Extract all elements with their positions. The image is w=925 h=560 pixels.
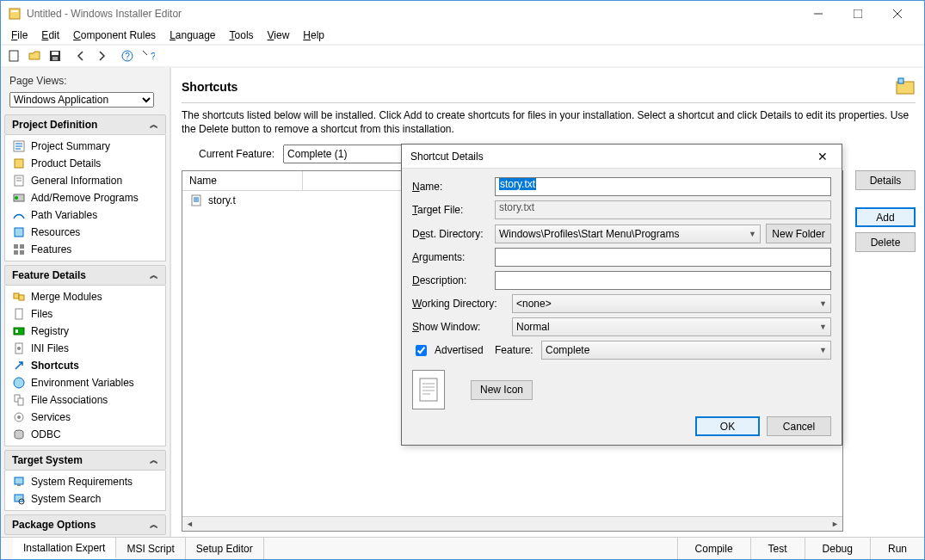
menu-bar: File Edit Component Rules Language Tools…: [1, 27, 924, 44]
col-name[interactable]: Name: [182, 171, 303, 190]
name-input[interactable]: story.txt: [495, 177, 831, 196]
maximize-button[interactable]: [838, 2, 878, 26]
nav-environment-variables[interactable]: Environment Variables: [5, 374, 165, 391]
section-feature-details[interactable]: Feature Details︽: [4, 265, 166, 286]
menu-component-rules[interactable]: Component Rules: [66, 28, 163, 43]
delete-button[interactable]: Delete: [855, 232, 916, 252]
add-button[interactable]: Add: [855, 207, 916, 227]
svg-rect-25: [20, 244, 24, 249]
dialog-title: Shortcut Details: [410, 151, 484, 163]
svg-rect-9: [52, 57, 58, 60]
svg-point-22: [15, 196, 18, 200]
page-description: The shortcuts listed below will be insta…: [182, 108, 916, 136]
nav-file-associations[interactable]: File Associations: [5, 391, 165, 409]
name-label: Name:: [412, 181, 495, 193]
nav-system-requirements[interactable]: System Requirements: [5, 473, 165, 490]
nav-ini-files[interactable]: INI Files: [5, 340, 165, 357]
menu-language[interactable]: Language: [163, 28, 222, 43]
svg-rect-24: [14, 244, 18, 249]
nav-features[interactable]: Features: [5, 241, 165, 258]
section-package-options[interactable]: Package Options︽: [4, 514, 166, 535]
tab-debug[interactable]: Debug: [805, 538, 870, 559]
svg-point-35: [14, 378, 24, 388]
tab-installation-expert[interactable]: Installation Expert: [13, 538, 116, 559]
page-views-label: Page Views:: [4, 71, 166, 90]
feature-select[interactable]: Complete▼: [541, 341, 831, 360]
svg-rect-30: [15, 309, 22, 319]
new-folder-button[interactable]: New Folder: [766, 224, 831, 243]
menu-help[interactable]: Help: [296, 28, 331, 43]
context-help-icon[interactable]: ?: [139, 46, 157, 65]
toolbar: ? ?: [1, 44, 924, 68]
chevron-down-icon: ▼: [749, 230, 756, 238]
nav-path-variables[interactable]: Path Variables: [5, 206, 165, 224]
nav-services[interactable]: Services: [5, 409, 165, 426]
arguments-input[interactable]: [495, 248, 831, 267]
advertised-checkbox[interactable]: [416, 345, 427, 356]
save-icon[interactable]: [46, 46, 65, 65]
tab-test[interactable]: Test: [750, 538, 805, 559]
section-target-system[interactable]: Target System︽: [4, 450, 166, 471]
nav-resources[interactable]: Resources: [5, 224, 165, 241]
cancel-button[interactable]: Cancel: [767, 416, 831, 436]
svg-text:?: ?: [125, 52, 130, 61]
svg-rect-26: [14, 250, 18, 255]
details-button[interactable]: Details: [855, 170, 916, 190]
svg-rect-6: [9, 51, 18, 61]
nav-odbc[interactable]: ODBC: [5, 426, 165, 443]
dialog-close-button[interactable]: ✕: [812, 148, 833, 165]
svg-rect-51: [420, 378, 437, 401]
help-icon[interactable]: ?: [118, 46, 137, 65]
back-icon[interactable]: [71, 46, 90, 65]
nav-registry[interactable]: Registry: [5, 323, 165, 340]
nav-product-details[interactable]: Product Details: [5, 155, 165, 172]
nav-add-remove-programs[interactable]: Add/Remove Programs: [5, 189, 165, 206]
tab-setup-editor[interactable]: Setup Editor: [186, 538, 264, 559]
advertised-label: Advertised: [435, 344, 484, 356]
menu-tools[interactable]: Tools: [223, 28, 261, 43]
new-icon[interactable]: [4, 46, 23, 65]
dest-directory-select[interactable]: Windows\Profiles\Start Menu\Programs▼: [495, 225, 761, 243]
chevron-up-icon: ︽: [150, 269, 158, 281]
tab-run[interactable]: Run: [870, 538, 924, 559]
scroll-right-icon[interactable]: ►: [828, 517, 842, 531]
arguments-label: Arguments:: [412, 251, 495, 263]
chevron-up-icon: ︽: [150, 119, 158, 131]
nav-system-search[interactable]: System Search: [5, 490, 165, 508]
sidebar: Page Views: Windows Application Project …: [1, 68, 171, 537]
close-button[interactable]: [878, 2, 917, 26]
horizontal-scrollbar[interactable]: ◄ ►: [182, 516, 842, 531]
svg-rect-46: [898, 78, 903, 83]
nav-merge-modules[interactable]: Merge Modules: [5, 288, 165, 305]
working-directory-select[interactable]: <none>▼: [512, 294, 831, 313]
menu-file[interactable]: File: [4, 28, 34, 43]
nav-files[interactable]: Files: [5, 305, 165, 323]
tab-msi-script[interactable]: MSI Script: [116, 538, 185, 559]
show-window-select[interactable]: Normal▼: [512, 317, 831, 336]
target-file-label: Target File:: [412, 204, 495, 216]
description-input[interactable]: [495, 271, 831, 290]
dest-directory-label: Dest. Directory:: [412, 228, 495, 240]
show-window-label: Show Window:: [412, 321, 495, 333]
svg-rect-1: [11, 10, 18, 12]
chevron-down-icon: ▼: [819, 323, 827, 331]
open-icon[interactable]: [25, 46, 44, 65]
menu-edit[interactable]: Edit: [34, 28, 66, 43]
shortcuts-header-icon: [895, 77, 916, 97]
icon-preview: [412, 370, 445, 409]
ok-button[interactable]: OK: [695, 416, 760, 436]
nav-shortcuts[interactable]: Shortcuts: [5, 357, 165, 374]
scroll-left-icon[interactable]: ◄: [182, 517, 197, 531]
section-project-definition[interactable]: Project Definition︽: [4, 114, 166, 135]
tab-compile[interactable]: Compile: [677, 538, 750, 559]
page-view-select[interactable]: Windows Application: [9, 92, 154, 108]
content-pane: Shortcuts The shortcuts listed below wil…: [171, 68, 924, 537]
new-icon-button[interactable]: New Icon: [471, 380, 533, 400]
menu-view[interactable]: View: [261, 28, 297, 43]
nav-general-information[interactable]: General Information: [5, 172, 165, 189]
forward-icon[interactable]: [92, 46, 111, 65]
minimize-button[interactable]: [799, 2, 838, 26]
svg-rect-32: [15, 329, 18, 333]
svg-rect-31: [14, 328, 24, 335]
nav-project-summary[interactable]: Project Summary: [5, 138, 165, 155]
